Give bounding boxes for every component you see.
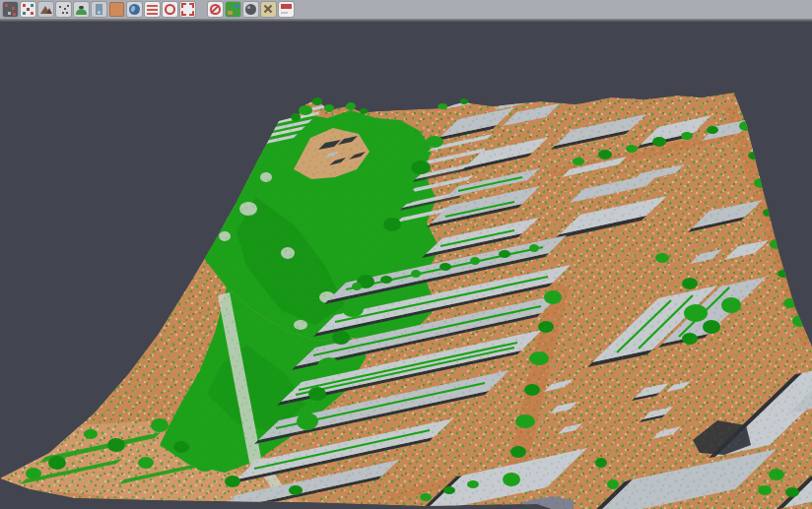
toolbar-flag-icon[interactable]	[279, 2, 294, 17]
viewport-3d[interactable]	[0, 0, 812, 509]
toolbar-terrain-icon[interactable]	[38, 2, 53, 17]
toolbar-selection-icon[interactable]	[180, 2, 195, 17]
toolbar	[0, 0, 812, 19]
toolbar-vegetation-icon[interactable]	[74, 2, 89, 17]
toolbar-orthophoto-icon[interactable]	[109, 2, 124, 17]
toolbar-classified-map-icon[interactable]	[226, 2, 240, 17]
toolbar-points-icon[interactable]	[56, 2, 71, 17]
toolbar-profile-icon[interactable]	[92, 2, 106, 17]
toolbar-group-divider	[198, 9, 205, 10]
point-cloud-scene	[0, 0, 812, 509]
toolbar-sphere-icon[interactable]	[243, 2, 258, 17]
toolbar-seam	[0, 19, 812, 22]
toolbar-clip-icon[interactable]	[208, 2, 223, 17]
toolbar-measure-icon[interactable]	[261, 2, 276, 17]
toolbar-target-icon[interactable]	[163, 2, 177, 17]
app-window	[0, 0, 812, 509]
toolbar-classification-icon[interactable]	[21, 2, 35, 17]
toolbar-point-noise-icon[interactable]	[3, 2, 18, 17]
toolbar-globe-icon[interactable]	[127, 2, 142, 17]
toolbar-layers-icon[interactable]	[145, 2, 160, 17]
